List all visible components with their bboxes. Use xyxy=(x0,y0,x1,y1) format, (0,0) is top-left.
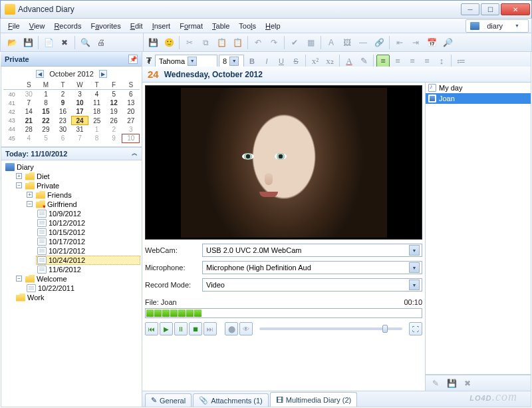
maximize-button[interactable]: ☐ xyxy=(481,3,499,15)
tree-diet[interactable]: +Diet xyxy=(15,172,140,181)
prev-month-button[interactable]: ◀ xyxy=(36,70,44,78)
entry-item-selected[interactable]: Joan xyxy=(426,93,531,104)
title-bar: Advanced Diary ─ ☐ ✕ xyxy=(0,0,532,19)
skip-fwd-button[interactable]: ⏭ xyxy=(203,322,217,335)
tab-attachments[interactable]: 📎Attachments (1) xyxy=(193,393,269,407)
tree-root[interactable]: Diary xyxy=(4,162,140,172)
save-entry-icon[interactable]: 💾 xyxy=(444,376,459,391)
menu-edit[interactable]: Edit xyxy=(126,21,148,31)
diary-tree[interactable]: Diary +Diet −Private +Friends −Girlfrien… xyxy=(1,160,142,407)
font-size-combo[interactable]: 8▼ xyxy=(219,55,244,68)
today-bar[interactable]: Today: 11/10/2012 ︽ xyxy=(1,147,142,160)
menu-file[interactable]: File xyxy=(3,21,25,31)
strike-button[interactable]: S xyxy=(289,55,303,68)
new-entry-icon[interactable]: 📄 xyxy=(41,35,56,50)
tab-general[interactable]: ✎General xyxy=(145,393,192,407)
align-left-button[interactable]: ≡ xyxy=(376,55,390,68)
progress-bar[interactable] xyxy=(145,308,422,318)
font-family-combo[interactable]: Tahoma▼ xyxy=(155,55,217,68)
menu-records[interactable]: Records xyxy=(49,21,86,31)
microphone-select[interactable]: Microphone (High Definition Aud▼ xyxy=(202,261,422,274)
tree-entry[interactable]: 10/21/2012 xyxy=(36,246,140,256)
date-icon[interactable]: 📅 xyxy=(424,35,439,50)
redo-icon[interactable]: ↷ xyxy=(267,35,281,50)
skip-back-button[interactable]: ⏮ xyxy=(145,322,158,335)
entries-list[interactable]: My day Joan xyxy=(426,83,531,375)
search-icon[interactable]: 🔍 xyxy=(78,35,92,50)
font-color-button[interactable]: A xyxy=(342,55,356,68)
paste-icon[interactable]: 📋 xyxy=(214,35,229,50)
delete-entry-icon[interactable]: ✖ xyxy=(57,35,72,50)
tree-private[interactable]: −Private xyxy=(15,181,140,190)
delete-entry-icon[interactable]: ✖ xyxy=(460,376,475,391)
webcam-select[interactable]: USB 2.0 UVC 2.0M WebCam▼ xyxy=(202,244,422,257)
menu-insert[interactable]: Insert xyxy=(148,21,176,31)
open-folder-icon[interactable]: 📂 xyxy=(5,35,19,50)
menu-favorites[interactable]: Favorites xyxy=(86,21,125,31)
cut-icon[interactable]: ✂ xyxy=(182,35,197,50)
menu-tools[interactable]: Tools xyxy=(234,21,261,31)
indent-right-icon[interactable]: ⇥ xyxy=(408,35,423,50)
edit-entry-icon[interactable]: ✎ xyxy=(428,376,443,391)
stop-button[interactable]: ⏹ xyxy=(189,322,202,335)
pause-button[interactable]: ⏸ xyxy=(174,322,188,335)
next-month-button[interactable]: ▶ xyxy=(99,70,107,78)
align-center-button[interactable]: ≡ xyxy=(391,55,404,68)
fullscreen-button[interactable]: ⛶ xyxy=(409,322,422,335)
print-icon[interactable]: 🖨 xyxy=(94,35,108,50)
tree-girlfriend[interactable]: −Girlfriend xyxy=(25,200,140,209)
menu-table[interactable]: Table xyxy=(207,21,234,31)
bullet-list-button[interactable]: ≔ xyxy=(454,55,467,68)
superscript-button[interactable]: x² xyxy=(309,55,322,68)
tree-friends[interactable]: +Friends xyxy=(25,190,140,200)
undo-icon[interactable]: ↶ xyxy=(251,35,265,50)
subscript-button[interactable]: x₂ xyxy=(323,55,336,68)
pin-icon[interactable]: 📌 xyxy=(128,55,138,64)
tree-entry-selected[interactable]: 10/24/2012 xyxy=(36,256,140,265)
tree-entry[interactable]: 10/15/2012 xyxy=(36,228,140,237)
bold-button[interactable]: B xyxy=(245,55,259,68)
line-spacing-button[interactable]: ↕ xyxy=(435,55,448,68)
calendar-month[interactable]: October 2012 xyxy=(49,70,94,78)
italic-button[interactable]: I xyxy=(260,55,273,68)
video-preview[interactable] xyxy=(145,85,422,240)
record-button[interactable]: ⬤ xyxy=(225,322,238,335)
textbox-icon[interactable]: A xyxy=(324,35,338,50)
tree-entry[interactable]: 11/6/2012 xyxy=(36,265,140,274)
menu-help[interactable]: Help xyxy=(261,21,285,31)
align-right-button[interactable]: ≡ xyxy=(406,55,419,68)
link-icon[interactable]: 🔗 xyxy=(372,35,386,50)
diary-selector[interactable]: diary ▼ xyxy=(466,19,529,33)
line-icon[interactable]: ― xyxy=(356,35,370,50)
underline-button[interactable]: U xyxy=(275,55,288,68)
calendar-grid[interactable]: SMTWTFS 4030123456 4178910111213 4214151… xyxy=(3,81,140,143)
find-icon[interactable]: 🔎 xyxy=(440,35,455,50)
volume-slider[interactable] xyxy=(259,327,402,330)
play-button[interactable]: ▶ xyxy=(160,322,173,335)
paste-special-icon[interactable]: 📋 xyxy=(230,35,245,50)
close-button[interactable]: ✕ xyxy=(501,3,530,15)
save-icon[interactable]: 💾 xyxy=(21,35,35,50)
entry-item[interactable]: My day xyxy=(426,83,531,93)
highlight-button[interactable]: ✎ xyxy=(357,55,370,68)
copy-icon[interactable]: ⧉ xyxy=(198,35,213,50)
record-mode-select[interactable]: Video▼ xyxy=(202,278,422,292)
menu-view[interactable]: View xyxy=(25,21,50,31)
tree-work[interactable]: Work xyxy=(15,293,140,302)
tree-entry[interactable]: 10/17/2012 xyxy=(36,237,140,246)
tree-entry[interactable]: 10/22/2011 xyxy=(25,284,140,293)
tab-multimedia[interactable]: 🎞Multimedia Diary (2) xyxy=(270,392,357,407)
save-doc-icon[interactable]: 💾 xyxy=(146,35,160,50)
tree-entry[interactable]: 10/9/2012 xyxy=(36,209,140,218)
tree-welcome[interactable]: −Welcome xyxy=(15,274,140,284)
align-justify-button[interactable]: ≡ xyxy=(420,55,434,68)
emoji-icon[interactable]: 🙂 xyxy=(162,35,176,50)
menu-format[interactable]: Format xyxy=(175,21,207,31)
spellcheck-icon[interactable]: ✔ xyxy=(287,35,302,50)
minimize-button[interactable]: ─ xyxy=(461,3,479,15)
image-icon[interactable]: 🖼 xyxy=(340,35,354,50)
snapshot-button[interactable]: 👁 xyxy=(239,322,253,335)
indent-left-icon[interactable]: ⇤ xyxy=(392,35,407,50)
table-icon[interactable]: ▦ xyxy=(303,35,318,50)
tree-entry[interactable]: 10/12/2012 xyxy=(36,218,140,228)
